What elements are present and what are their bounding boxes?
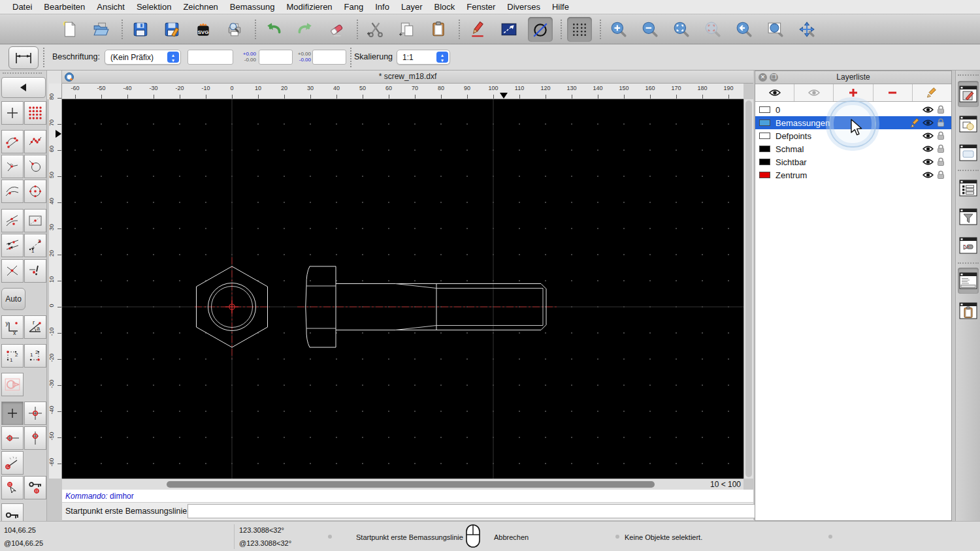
menu-bemassung[interactable]: Bemassung — [224, 2, 281, 12]
selection-filter-widget-button[interactable] — [958, 204, 979, 230]
snap-intersection-button[interactable] — [1, 259, 24, 283]
delete-button[interactable] — [324, 17, 349, 42]
layer-lock-toggle[interactable] — [934, 131, 947, 140]
menu-layer[interactable]: Layer — [395, 2, 429, 12]
save-as-button[interactable] — [159, 17, 184, 42]
detach-icon[interactable]: ❐ — [770, 73, 778, 82]
show-all-layers-button[interactable] — [755, 84, 794, 101]
clipboard-widget-button[interactable] — [958, 298, 979, 324]
layer-lock-toggle[interactable] — [934, 170, 947, 180]
edit-layer-button[interactable] — [913, 84, 951, 101]
palette-drag-handle[interactable] — [3, 72, 42, 74]
command-input[interactable] — [188, 504, 795, 518]
snap-cursor-button[interactable] — [1, 476, 24, 499]
layer-row-Zentrum[interactable]: Zentrum — [755, 168, 951, 181]
close-icon[interactable]: ✕ — [759, 73, 767, 82]
layer-visibility-toggle[interactable] — [921, 106, 934, 114]
snap-reference-button[interactable] — [24, 209, 46, 232]
layer-panel-header[interactable]: ✕ ❐ Layerliste — [755, 71, 951, 84]
export-svg-button[interactable]: SVG — [191, 17, 216, 42]
circle-slash-button[interactable] — [528, 17, 553, 42]
copy-button[interactable] — [395, 17, 419, 42]
zoom-selection-button[interactable] — [700, 17, 725, 42]
snap-grid-button[interactable] — [24, 101, 46, 125]
snap-distance-button[interactable]: 12 — [24, 234, 46, 257]
dimension-horizontal-button[interactable] — [8, 46, 39, 69]
menu-datei[interactable]: Datei — [7, 2, 38, 12]
restrict-orthogonal-button[interactable] — [24, 401, 46, 425]
document-titlebar[interactable]: * screw_m18.dxf — [62, 71, 753, 84]
menu-info[interactable]: Info — [369, 2, 395, 12]
new-document-button[interactable] — [57, 17, 82, 42]
layer-lock-toggle[interactable] — [934, 157, 947, 166]
add-layer-button[interactable] — [834, 84, 873, 101]
set-relative-zero-button[interactable] — [1, 503, 24, 521]
edit-button[interactable] — [465, 17, 490, 42]
snap-tangent-button[interactable] — [1, 180, 24, 203]
print-preview-button[interactable] — [222, 17, 247, 42]
h-scrollbar-thumb[interactable] — [167, 481, 655, 488]
hide-all-layers-button[interactable] — [794, 84, 834, 101]
scale-select[interactable]: 1:1▲▼ — [397, 50, 450, 65]
layer-visibility-toggle[interactable] — [921, 132, 934, 140]
menu-bearbeiten[interactable]: Bearbeiten — [38, 2, 91, 12]
menu-zeichnen[interactable]: Zeichnen — [177, 2, 223, 12]
coordinate-polar-button[interactable]: ra — [24, 315, 46, 339]
remove-layer-button[interactable] — [874, 84, 913, 101]
zoom-out-button[interactable] — [638, 17, 662, 42]
h-scrollbar[interactable]: 10 < 100 — [62, 479, 743, 490]
layer-edit-slot[interactable] — [908, 118, 921, 128]
property-editor-widget-button[interactable] — [958, 175, 979, 201]
layer-visibility-toggle[interactable] — [921, 158, 934, 166]
save-button[interactable] — [128, 17, 153, 42]
menu-fenster[interactable]: Fenster — [461, 2, 501, 12]
restrict-horizontal-button[interactable] — [1, 426, 24, 450]
zoom-previous-button[interactable] — [732, 17, 757, 42]
restrict-free-button[interactable] — [1, 401, 24, 425]
menu-hilfe[interactable]: Hilfe — [546, 2, 575, 12]
menu-fang[interactable]: Fang — [338, 2, 370, 12]
zoom-auto-button[interactable] — [669, 17, 694, 42]
cut-button[interactable] — [363, 17, 388, 42]
layer-visibility-toggle[interactable] — [921, 145, 934, 153]
snap-center-button[interactable] — [24, 180, 46, 203]
v-scrollbar[interactable] — [743, 99, 753, 479]
snap-free-button[interactable] — [1, 101, 24, 125]
tolerance-lower-field[interactable] — [312, 50, 346, 65]
dock-drag-handle[interactable] — [958, 74, 979, 76]
selection-box-button[interactable] — [497, 17, 521, 42]
snap-endpoints-button[interactable] — [1, 130, 24, 153]
menu-modifizieren[interactable]: Modifizieren — [281, 2, 338, 12]
layer-lock-toggle[interactable] — [934, 144, 947, 153]
snap-auto-button[interactable] — [1, 234, 24, 257]
lock-relative-zero-button[interactable] — [24, 476, 46, 499]
open-document-button[interactable] — [89, 17, 114, 42]
prefix-select[interactable]: (Kein Präfix)▲▼ — [105, 50, 181, 65]
drawing-canvas[interactable] — [62, 99, 743, 479]
snap-nearest-button[interactable] — [1, 209, 24, 232]
block-list-widget-button[interactable] — [958, 111, 979, 137]
snap-entity-button[interactable] — [24, 155, 46, 178]
relative-polar-button[interactable]: 12 — [24, 344, 46, 368]
layer-visibility-toggle[interactable] — [921, 119, 934, 127]
auto-snap-button[interactable]: Auto — [1, 288, 25, 310]
snap-intersection-manual-button[interactable] — [24, 259, 46, 283]
view-list-widget-button[interactable] — [958, 140, 979, 166]
menu-diverses[interactable]: Diverses — [501, 2, 546, 12]
pan-button[interactable] — [794, 17, 819, 42]
relative-cartesian-button[interactable]: 12 — [1, 344, 24, 368]
zoom-window-button[interactable] — [763, 17, 788, 42]
menu-ansicht[interactable]: Ansicht — [91, 2, 131, 12]
menu-block[interactable]: Block — [428, 2, 461, 12]
back-button[interactable] — [1, 77, 46, 98]
layer-lock-toggle[interactable] — [934, 118, 947, 127]
layer-visibility-toggle[interactable] — [921, 171, 934, 179]
angle-measure-button[interactable] — [1, 451, 24, 475]
zoom-in-button[interactable] — [606, 17, 631, 42]
layer-list-widget-button[interactable] — [958, 81, 979, 107]
layer-row-Sichtbar[interactable]: Sichtbar — [755, 155, 951, 168]
redo-button[interactable] — [293, 17, 318, 42]
grid-toggle-button[interactable] — [567, 17, 592, 42]
dimension-text-field[interactable] — [188, 50, 233, 65]
layer-lock-toggle[interactable] — [934, 105, 947, 114]
